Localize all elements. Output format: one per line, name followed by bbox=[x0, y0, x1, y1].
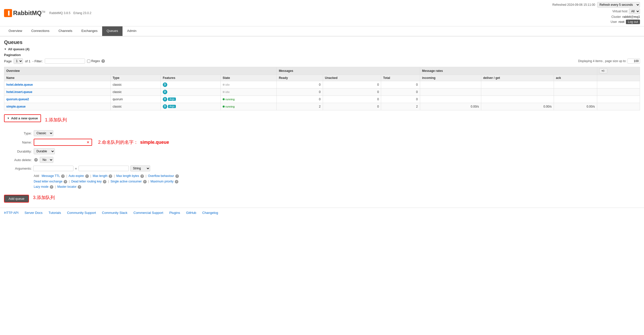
logo: ▐ RabbitMQTM bbox=[4, 9, 45, 17]
dead-letter-routing-key-help-icon[interactable]: ? bbox=[103, 180, 106, 183]
args-type-select[interactable]: String Number Boolean bbox=[130, 165, 150, 171]
add-queue-button[interactable]: Add queue bbox=[5, 195, 28, 202]
feature-badge-args[interactable]: Args bbox=[168, 98, 176, 101]
queue-name-link[interactable]: hotel.delete.queue bbox=[6, 83, 33, 86]
nav-item-queues[interactable]: Queues bbox=[102, 26, 123, 36]
nav-item-connections[interactable]: Connections bbox=[27, 26, 54, 36]
nav-item-channels[interactable]: Channels bbox=[54, 26, 77, 36]
message-rates-header: Message rates bbox=[420, 67, 597, 75]
nav-item-admin[interactable]: Admin bbox=[123, 26, 141, 36]
page-size-input[interactable] bbox=[627, 59, 640, 64]
arg-link-dead-letter-routing-key[interactable]: Dead letter routing key bbox=[71, 180, 102, 183]
plus-minus-cell[interactable]: +/- bbox=[597, 67, 640, 75]
sep1: | bbox=[66, 174, 67, 178]
footer-link-community-support[interactable]: Community Support bbox=[67, 211, 96, 215]
filter-input[interactable] bbox=[45, 59, 85, 64]
pagination-label: Pagination bbox=[4, 53, 640, 57]
arg-link-max-length-bytes[interactable]: Max length bytes bbox=[116, 174, 139, 178]
queue-name-link[interactable]: simple.queue bbox=[6, 105, 26, 108]
args-key-input[interactable] bbox=[33, 166, 73, 171]
footer-link-tutorials[interactable]: Tutorials bbox=[49, 211, 61, 215]
footer: HTTP API Server Docs Tutorials Community… bbox=[0, 208, 644, 218]
cell-ack bbox=[554, 81, 597, 88]
arg-link-overflow-behaviour[interactable]: Overflow behaviour bbox=[148, 174, 174, 178]
name-clear-icon[interactable]: ✕ bbox=[86, 140, 91, 144]
logo-tm: TM bbox=[42, 11, 45, 13]
sep6: | bbox=[108, 180, 109, 183]
idle-dot bbox=[223, 91, 225, 93]
regex-checkbox[interactable] bbox=[87, 60, 90, 63]
sep3: | bbox=[114, 174, 115, 178]
annotation-2-bold: simple.queue bbox=[140, 140, 169, 145]
plus-minus-button[interactable]: +/- bbox=[599, 68, 607, 73]
cell-extra bbox=[597, 88, 640, 96]
arg-link-lazy-mode[interactable]: Lazy mode bbox=[34, 185, 49, 188]
arg-link-single-active-consumer[interactable]: Single active consumer bbox=[110, 180, 142, 183]
footer-link-commercial-support[interactable]: Commercial Support bbox=[134, 211, 164, 215]
page-number-select[interactable]: 1 bbox=[14, 58, 23, 64]
auto-delete-row: Auto delete: ? No Yes bbox=[4, 157, 640, 163]
arg-link-dead-letter-exchange[interactable]: Dead letter exchange bbox=[34, 180, 62, 183]
table-row: quorum.queue2 quorum D Args running 0 0 … bbox=[4, 96, 640, 103]
args-val-input[interactable] bbox=[78, 166, 129, 171]
footer-link-changelog[interactable]: Changelog bbox=[202, 211, 218, 215]
footer-link-server-docs[interactable]: Server Docs bbox=[25, 211, 43, 215]
arg-link-maximum-priority[interactable]: Maximum priority bbox=[150, 180, 173, 183]
cell-unacked: 0 bbox=[323, 103, 381, 110]
erlang-version: Erlang 23.0.2 bbox=[73, 11, 91, 15]
col-state: State bbox=[220, 75, 276, 81]
cell-state: running bbox=[220, 96, 276, 103]
user-value: root bbox=[619, 20, 624, 24]
state-indicator: idle bbox=[223, 90, 230, 94]
name-input-wrapper: ✕ bbox=[34, 139, 92, 146]
name-input[interactable] bbox=[35, 140, 86, 145]
vhost-select[interactable]: All / bbox=[629, 9, 640, 14]
auto-delete-select[interactable]: No Yes bbox=[40, 157, 53, 163]
nav-item-exchanges[interactable]: Exchanges bbox=[77, 26, 102, 36]
cell-type: classic bbox=[110, 88, 160, 96]
maximum-priority-help-icon[interactable]: ? bbox=[175, 180, 178, 183]
footer-link-plugins[interactable]: Plugins bbox=[169, 211, 180, 215]
cell-extra bbox=[597, 96, 640, 103]
footer-link-http-api[interactable]: HTTP API bbox=[4, 211, 19, 215]
queue-name-link[interactable]: quorum.queue2 bbox=[6, 98, 29, 101]
max-length-bytes-help-icon[interactable]: ? bbox=[140, 174, 144, 178]
arg-link-auto-expire[interactable]: Auto expire bbox=[69, 174, 84, 178]
arg-link-message-ttl[interactable]: Message TTL bbox=[42, 174, 60, 178]
master-locator-help-icon[interactable]: ? bbox=[78, 185, 81, 189]
state-text: idle bbox=[225, 90, 230, 93]
refresh-select[interactable]: Refresh every 5 seconds Refresh every 10… bbox=[597, 2, 640, 8]
lazy-mode-help-icon[interactable]: ? bbox=[50, 185, 53, 189]
single-active-consumer-help-icon[interactable]: ? bbox=[143, 180, 147, 183]
cell-ack bbox=[554, 96, 597, 103]
args-links-row1: Add Message TTL ? | Auto expire ? | Max … bbox=[34, 173, 640, 179]
annotation-2: 2.命名队列的名字： bbox=[98, 139, 138, 145]
auto-delete-help-icon[interactable]: ? bbox=[34, 158, 38, 162]
regex-help-icon[interactable]: ? bbox=[101, 59, 105, 63]
filter-label: - Filter: bbox=[32, 59, 43, 63]
arg-link-max-length[interactable]: Max length bbox=[93, 174, 107, 178]
queues-table: Overview Messages Message rates +/- Name… bbox=[4, 67, 640, 110]
cell-total: 0 bbox=[381, 96, 420, 103]
args-links-row2: Dead letter exchange ? | Dead letter rou… bbox=[34, 179, 640, 184]
auto-delete-label: Auto delete: bbox=[4, 158, 32, 162]
type-select[interactable]: Classic Quorum bbox=[34, 130, 53, 136]
queue-name-link[interactable]: hotel.insert.queue bbox=[6, 90, 32, 94]
nav-item-overview[interactable]: Overview bbox=[4, 26, 27, 36]
cell-state: running bbox=[220, 103, 276, 110]
dead-letter-exchange-help-icon[interactable]: ? bbox=[64, 180, 67, 183]
logout-button[interactable]: Log out bbox=[626, 20, 640, 24]
footer-link-github[interactable]: GitHub bbox=[186, 211, 196, 215]
arg-link-master-locator[interactable]: Master locator bbox=[57, 185, 76, 188]
all-queues-section-header[interactable]: ▼ All queues (4) bbox=[4, 47, 640, 51]
max-length-help-icon[interactable]: ? bbox=[109, 174, 112, 178]
durability-select[interactable]: Durable Transient bbox=[34, 148, 55, 154]
col-total: Total bbox=[381, 75, 420, 81]
add-queue-triangle-icon: ▼ bbox=[7, 117, 10, 120]
add-queue-section-header[interactable]: ▼ Add a new queue bbox=[4, 114, 41, 122]
auto-expire-help-icon[interactable]: ? bbox=[85, 174, 89, 178]
message-ttl-help-icon[interactable]: ? bbox=[61, 174, 65, 178]
overflow-behaviour-help-icon[interactable]: ? bbox=[175, 174, 179, 178]
feature-badge-args[interactable]: Args bbox=[168, 105, 176, 108]
footer-link-community-slack[interactable]: Community Slack bbox=[102, 211, 127, 215]
